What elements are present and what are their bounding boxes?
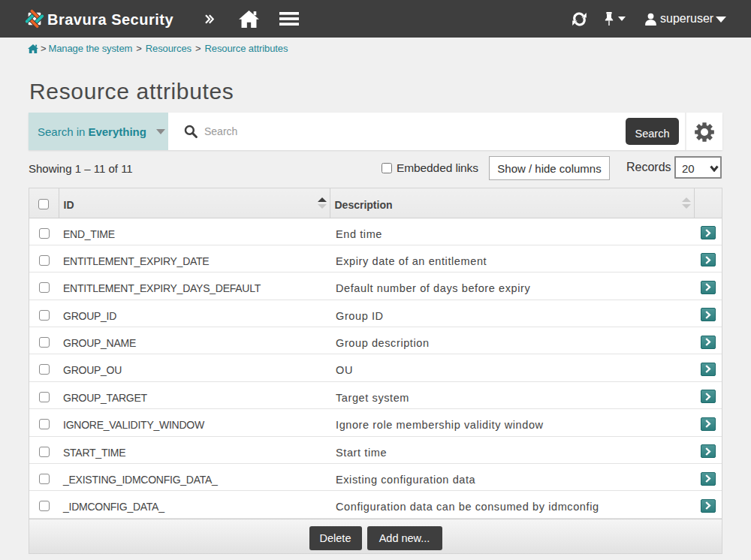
- row-id: GROUP_TARGET: [63, 392, 147, 404]
- breadcrumb-resource-attributes[interactable]: Resource attributes: [205, 43, 288, 54]
- row-id: ENTITLEMENT_EXPIRY_DATE: [63, 255, 209, 267]
- search-scope-value: Everything: [88, 125, 146, 138]
- home-icon: [239, 11, 259, 28]
- column-header-id[interactable]: ID: [59, 188, 330, 218]
- table-row: ENTITLEMENT_EXPIRY_DATE Expiry date of a…: [29, 245, 722, 272]
- row-open-button[interactable]: [701, 253, 716, 266]
- row-checkbox[interactable]: [39, 282, 50, 293]
- user-icon: [644, 13, 657, 26]
- chevron-right-icon: [704, 393, 711, 401]
- row-checkbox[interactable]: [39, 255, 50, 266]
- delete-button[interactable]: Delete: [309, 526, 362, 550]
- user-menu[interactable]: superuser: [644, 0, 726, 38]
- sort-icon-id: [318, 197, 327, 209]
- row-description: Start time: [336, 447, 387, 459]
- row-description: Group description: [336, 337, 430, 349]
- chevron-right-icon: [704, 338, 711, 346]
- row-open-button[interactable]: [701, 363, 716, 376]
- showing-count: Showing 1 – 11 of 11: [29, 162, 133, 175]
- row-open-button[interactable]: [701, 444, 716, 458]
- row-checkbox[interactable]: [39, 310, 50, 321]
- row-checkbox[interactable]: [39, 501, 50, 511]
- row-id: START_TIME: [63, 447, 125, 459]
- column-header-description-label: Description: [330, 199, 393, 211]
- table-row: GROUP_TARGET Target system: [29, 381, 722, 408]
- row-description: Existing configuration data: [336, 474, 475, 486]
- row-description: End time: [336, 228, 382, 240]
- column-header-actions: [694, 188, 722, 218]
- table-row: _IDMCONFIG_DATA_ Configuration data can …: [29, 491, 722, 518]
- row-description: Default number of days before expiry: [336, 282, 530, 294]
- row-checkbox[interactable]: [39, 228, 50, 239]
- refresh-button[interactable]: [566, 0, 593, 38]
- add-new-button[interactable]: Add new...: [367, 526, 442, 550]
- table-controls: Showing 1 – 11 of 11 Embedded links Show…: [29, 155, 722, 182]
- search-scope-label: Search in: [38, 125, 85, 138]
- breadcrumb-manage-the-system[interactable]: Manage the system: [49, 43, 133, 54]
- table-row: IGNORE_VALIDITY_WINDOW Ignore role membe…: [29, 409, 722, 436]
- chevron-right-icon: [704, 229, 711, 237]
- row-description: Group ID: [336, 310, 384, 322]
- row-open-button[interactable]: [701, 336, 716, 349]
- table-row: _EXISTING_IDMCONFIG_DATA_ Existing confi…: [29, 464, 722, 491]
- search-input[interactable]: [204, 125, 626, 137]
- row-checkbox[interactable]: [39, 337, 50, 348]
- search-scope-dropdown[interactable]: Search in Everything: [29, 113, 168, 150]
- records-select[interactable]: 20: [674, 156, 722, 179]
- row-open-button[interactable]: [701, 281, 716, 294]
- row-open-button[interactable]: [701, 390, 716, 403]
- brand[interactable]: Bravura Security: [24, 8, 173, 29]
- pinned-menu-button[interactable]: [601, 0, 628, 38]
- main-menu-button[interactable]: [277, 0, 301, 38]
- chevron-right-icon: [704, 283, 711, 291]
- row-description: Configuration data can be consumed by id…: [336, 501, 599, 513]
- row-checkbox[interactable]: [39, 364, 50, 375]
- column-header-description[interactable]: Description: [330, 188, 694, 218]
- user-caret-icon: [716, 17, 726, 23]
- row-id: GROUP_ID: [63, 310, 116, 322]
- sort-icon-description: [682, 197, 691, 209]
- row-checkbox[interactable]: [39, 447, 50, 457]
- row-checkbox[interactable]: [39, 474, 50, 484]
- select-all-checkbox[interactable]: [38, 199, 49, 209]
- breadcrumb: > Manage the system > Resources > Resour…: [28, 43, 288, 54]
- home-button[interactable]: [236, 0, 261, 38]
- search-settings-button[interactable]: [685, 113, 722, 150]
- row-id: _EXISTING_IDMCONFIG_DATA_: [63, 474, 218, 486]
- pushpin-icon: [604, 12, 614, 26]
- search-button[interactable]: Search: [626, 118, 679, 145]
- row-open-button[interactable]: [701, 226, 716, 239]
- user-name: superuser: [660, 12, 713, 26]
- search-bar: Search in Everything Search: [29, 113, 722, 150]
- collapse-menu-button[interactable]: [200, 0, 219, 38]
- table-row: ENTITLEMENT_EXPIRY_DAYS_DEFAULT Default …: [29, 272, 722, 300]
- row-description: Target system: [336, 392, 409, 404]
- embedded-links-checkbox[interactable]: [382, 163, 392, 173]
- row-checkbox[interactable]: [39, 392, 50, 402]
- row-open-button[interactable]: [701, 472, 716, 486]
- row-open-button[interactable]: [701, 499, 716, 513]
- row-checkbox[interactable]: [39, 419, 50, 429]
- attributes-table: ID Description END_TIME End time: [29, 188, 722, 554]
- chevron-right-icon: [704, 501, 711, 510]
- records-label: Records: [626, 161, 671, 174]
- table-row: GROUP_OU OU: [29, 354, 722, 381]
- show-hide-columns-button[interactable]: Show / hide columns: [489, 156, 610, 180]
- hamburger-icon: [279, 12, 299, 26]
- double-angle-right-icon: [205, 14, 214, 24]
- breadcrumb-resources[interactable]: Resources: [146, 43, 192, 54]
- search-icon: [184, 125, 198, 138]
- row-id: ENTITLEMENT_EXPIRY_DAYS_DEFAULT: [63, 282, 261, 294]
- chevron-right-icon: [704, 365, 711, 373]
- embedded-links-option: Embedded links: [382, 161, 478, 175]
- chevron-right-icon: [704, 474, 711, 483]
- breadcrumb-separator: >: [38, 43, 49, 54]
- row-open-button[interactable]: [701, 417, 716, 431]
- row-id: GROUP_OU: [63, 364, 122, 376]
- row-open-button[interactable]: [701, 308, 716, 321]
- navbar: Bravura Security: [0, 0, 751, 38]
- row-description: OU: [336, 364, 353, 376]
- chevron-right-icon: [704, 420, 711, 428]
- table-row: GROUP_ID Group ID: [29, 300, 722, 327]
- breadcrumb-home-icon[interactable]: [28, 44, 38, 53]
